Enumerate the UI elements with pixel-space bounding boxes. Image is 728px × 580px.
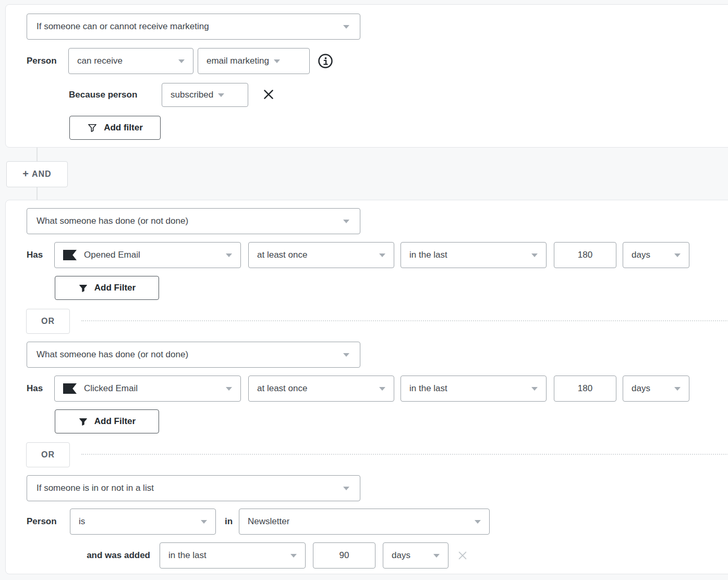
condition-type-select[interactable]: If someone can or cannot receive marketi… — [27, 14, 360, 40]
chevron-down-icon — [226, 253, 232, 257]
frequency-select[interactable]: at least once — [248, 376, 394, 402]
was-added-label: and was added — [70, 542, 150, 569]
person-label: Person — [27, 509, 57, 535]
add-filter-label: Add Filter — [94, 416, 136, 427]
frequency-select[interactable]: at least once — [248, 242, 394, 268]
condition-type-select[interactable]: What someone has done (or not done) — [27, 342, 360, 368]
timeframe-value: in the last — [409, 250, 447, 260]
metric-value: Opened Email — [84, 250, 140, 260]
unit-select[interactable]: days — [623, 242, 689, 268]
condition-type-value: If someone can or cannot receive marketi… — [37, 21, 209, 32]
condition-type-value: What someone has done (or not done) — [37, 349, 188, 360]
funnel-outline-icon — [87, 123, 98, 133]
chevron-down-icon — [201, 520, 207, 524]
amount-input[interactable] — [554, 376, 616, 402]
unit-select[interactable]: days — [623, 376, 689, 402]
added-timeframe-select[interactable]: in the last — [160, 542, 306, 569]
added-amount-input[interactable] — [313, 542, 375, 569]
add-filter-label: Add filter — [104, 123, 143, 133]
chevron-down-icon — [433, 554, 440, 558]
chevron-down-icon — [531, 253, 538, 257]
activity-condition-card: What someone has done (or not done) Has … — [5, 200, 728, 574]
channel-select[interactable]: email marketing — [198, 48, 310, 74]
add-filter-label: Add Filter — [94, 283, 136, 293]
chevron-down-icon — [274, 59, 280, 63]
metric-flag-icon — [63, 250, 77, 260]
funnel-filled-icon — [78, 417, 88, 427]
metric-content: Opened Email — [63, 250, 140, 260]
marketing-condition-card: If someone can or cannot receive marketi… — [5, 4, 728, 148]
funnel-filled-icon — [78, 283, 88, 293]
timeframe-value: in the last — [409, 383, 447, 394]
or-label: OR — [41, 450, 55, 460]
plus-icon: + — [22, 168, 29, 180]
chevron-down-icon — [226, 387, 232, 391]
list-operator-value: is — [79, 516, 85, 527]
frequency-value: at least once — [257, 383, 307, 394]
condition-type-select[interactable]: What someone has done (or not done) — [27, 208, 360, 234]
metric-select[interactable]: Opened Email — [54, 242, 241, 268]
unit-value: days — [632, 250, 650, 260]
info-icon[interactable] — [318, 53, 333, 69]
amount-input[interactable] — [554, 242, 616, 268]
frequency-value: at least once — [257, 250, 307, 260]
metric-flag-icon — [63, 383, 77, 394]
remove-condition-icon[interactable] — [456, 549, 469, 562]
in-label: in — [225, 509, 233, 535]
list-operator-select[interactable]: is — [70, 509, 216, 535]
or-label: OR — [41, 317, 55, 326]
close-icon[interactable] — [261, 87, 276, 102]
or-divider-line — [81, 454, 728, 455]
chevron-down-icon — [218, 93, 224, 97]
condition-type-value: If someone is in or not in a list — [37, 483, 154, 493]
add-filter-button[interactable]: Add filter — [69, 116, 161, 140]
chevron-down-icon — [674, 387, 681, 391]
reason-select[interactable]: subscribed — [162, 83, 248, 107]
or-button[interactable]: OR — [26, 309, 70, 334]
metric-content: Clicked Email — [63, 383, 138, 394]
has-label: Has — [27, 242, 43, 268]
chevron-down-icon — [343, 220, 349, 223]
chevron-down-icon — [475, 520, 481, 524]
added-unit-select[interactable]: days — [383, 542, 448, 569]
or-button[interactable]: OR — [26, 442, 70, 467]
chevron-down-icon — [379, 387, 385, 391]
chevron-down-icon — [343, 353, 349, 357]
chevron-down-icon — [531, 387, 538, 391]
list-select[interactable]: Newsletter — [239, 509, 490, 535]
channel-value: email marketing — [207, 56, 269, 66]
or-divider-line — [81, 320, 728, 321]
add-filter-button[interactable]: Add Filter — [55, 276, 159, 300]
added-unit-value: days — [392, 550, 410, 561]
condition-type-select[interactable]: If someone is in or not in a list — [27, 475, 360, 501]
chevron-down-icon — [290, 554, 297, 558]
consent-select[interactable]: can receive — [68, 48, 193, 74]
add-filter-button[interactable]: Add Filter — [55, 409, 159, 433]
timeframe-select[interactable]: in the last — [401, 242, 547, 268]
and-label: AND — [32, 170, 52, 179]
chevron-down-icon — [343, 25, 349, 29]
chevron-down-icon — [343, 487, 349, 490]
list-value: Newsletter — [248, 516, 289, 527]
metric-select[interactable]: Clicked Email — [54, 376, 241, 402]
has-label: Has — [27, 376, 43, 402]
person-label: Person — [27, 48, 57, 74]
chevron-down-icon — [674, 253, 681, 257]
unit-value: days — [632, 383, 650, 394]
segment-builder: If someone can or cannot receive marketi… — [0, 0, 728, 580]
chevron-down-icon — [379, 253, 385, 257]
metric-value: Clicked Email — [84, 383, 138, 394]
condition-type-value: What someone has done (or not done) — [37, 216, 188, 226]
and-button[interactable]: + AND — [6, 161, 68, 187]
consent-value: can receive — [77, 56, 123, 66]
chevron-down-icon — [178, 59, 185, 63]
added-timeframe-value: in the last — [168, 550, 207, 561]
reason-value: subscribed — [171, 90, 213, 100]
because-person-label: Because person — [69, 83, 137, 107]
timeframe-select[interactable]: in the last — [401, 376, 547, 402]
